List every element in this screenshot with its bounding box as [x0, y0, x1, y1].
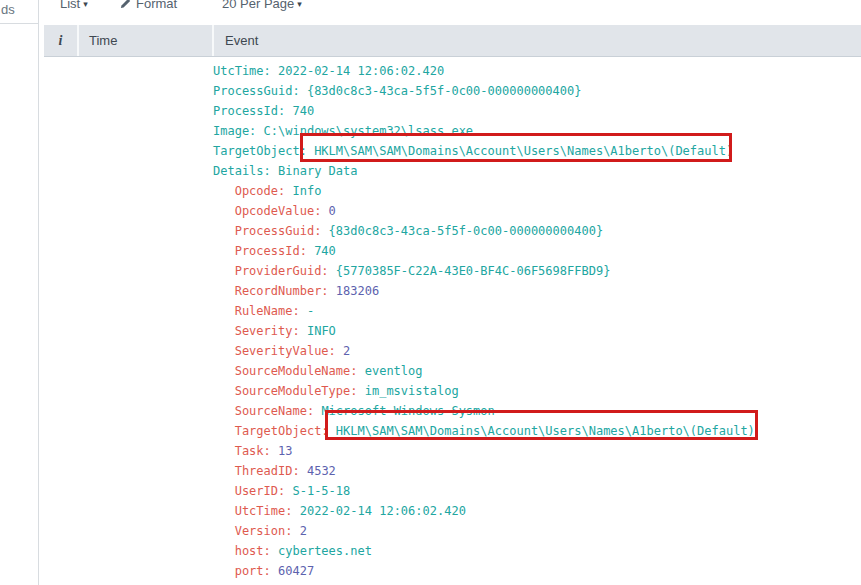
- event-line: SourceName: Microsoft-Windows-Sysmon: [213, 401, 755, 421]
- event-segment-key: RecordNumber:: [213, 284, 329, 298]
- event-line: ProcessId: 740: [213, 241, 755, 261]
- list-view-label: List: [60, 0, 80, 11]
- events-table-header: i Time Event: [44, 25, 861, 57]
- event-segment-key: host:: [213, 544, 271, 558]
- event-segment-str: Details: Binary Data: [213, 164, 358, 178]
- event-segment-str: TargetObject: HKLM\SAM\SAM\Domains\Accou…: [213, 144, 733, 158]
- event-segment-key: Severity:: [213, 324, 300, 338]
- event-line: SourceModuleName: eventlog: [213, 361, 755, 381]
- event-segment-num: 4532: [300, 464, 336, 478]
- event-segment-num: 0: [321, 204, 335, 218]
- chevron-down-icon: ▾: [297, 0, 302, 9]
- event-segment-str: 2022-02-14 12:06:02.420: [292, 504, 465, 518]
- event-segment-num: 2: [292, 524, 306, 538]
- column-header-time: Time: [79, 25, 212, 56]
- event-line: RecordNumber: 183206: [213, 281, 755, 301]
- event-segment-key: ProcessGuid:: [213, 224, 321, 238]
- event-segment-key: OpcodeValue:: [213, 204, 321, 218]
- event-segment-str: {5770385F-C22A-43E0-BF4C-06F5698FFBD9}: [329, 264, 611, 278]
- event-segment-str: {83d0c8c3-43ca-5f5f-0c00-000000000400}: [321, 224, 603, 238]
- event-segment-key: ThreadID:: [213, 464, 300, 478]
- event-line: Image: C:\windows\system32\lsass.exe: [213, 121, 755, 141]
- event-segment-key: UtcTime:: [213, 504, 292, 518]
- event-segment-key: ProcessId:: [213, 244, 307, 258]
- event-segment-key: RuleName:: [213, 304, 300, 318]
- event-line: TargetObject: HKLM\SAM\SAM\Domains\Accou…: [213, 141, 755, 161]
- event-segment-str: ProcessId: 740: [213, 104, 314, 118]
- event-line: Version: 2: [213, 521, 755, 541]
- event-line: OpcodeValue: 0: [213, 201, 755, 221]
- list-view-dropdown[interactable]: List▾: [60, 0, 88, 11]
- event-line: ProcessGuid: {83d0c8c3-43ca-5f5f-0c00-00…: [213, 81, 755, 101]
- chevron-down-icon: ▾: [83, 0, 88, 9]
- event-line: ProcessId: 740: [213, 101, 755, 121]
- fields-sidebar: ds: [0, 0, 39, 585]
- event-line: UtcTime: 2022-02-14 12:06:02.420: [213, 61, 755, 81]
- event-segment-key: ProviderGuid:: [213, 264, 329, 278]
- event-segment-str: im_msvistalog: [358, 384, 459, 398]
- event-line: ProviderGuid: {5770385F-C22A-43E0-BF4C-0…: [213, 261, 755, 281]
- event-line: host: cybertees.net: [213, 541, 755, 561]
- event-line: Details: Binary Data: [213, 161, 755, 181]
- event-segment-key: SourceModuleType:: [213, 384, 358, 398]
- event-segment-str: UtcTime: 2022-02-14 12:06:02.420: [213, 64, 444, 78]
- event-line: port: 60427: [213, 561, 755, 581]
- event-line: UtcTime: 2022-02-14 12:06:02.420: [213, 501, 755, 521]
- event-line: RuleName: -: [213, 301, 755, 321]
- event-line: SeverityValue: 2: [213, 341, 755, 361]
- event-segment-num: 13: [271, 444, 293, 458]
- event-segment-str: Image: C:\windows\system32\lsass.exe: [213, 124, 473, 138]
- pencil-icon: [120, 0, 131, 12]
- event-segment-num: 2: [336, 344, 350, 358]
- event-segment-key: TargetObject:: [213, 424, 329, 438]
- event-line: UserID: S-1-5-18: [213, 481, 755, 501]
- event-line: Task: 13: [213, 441, 755, 461]
- event-segment-str: Info: [285, 184, 321, 198]
- event-line: ProcessGuid: {83d0c8c3-43ca-5f5f-0c00-00…: [213, 221, 755, 241]
- per-page-dropdown[interactable]: 20 Per Page▾: [222, 0, 302, 11]
- fields-toggle-label[interactable]: ds: [1, 2, 15, 17]
- event-segment-str: S-1-5-18: [285, 484, 350, 498]
- event-line: tags: [ [+]: [213, 581, 755, 585]
- event-segment-key: port:: [213, 564, 271, 578]
- event-segment-str: HKLM\SAM\SAM\Domains\Account\Users\Names…: [329, 424, 755, 438]
- event-segment-key: UserID:: [213, 484, 285, 498]
- event-segment-num: 60427: [271, 564, 314, 578]
- event-segment-key: SeverityValue:: [213, 344, 336, 358]
- format-label: Format: [136, 0, 177, 11]
- event-raw-text: UtcTime: 2022-02-14 12:06:02.420ProcessG…: [213, 61, 755, 585]
- event-segment-key: Opcode:: [213, 184, 285, 198]
- event-line: Opcode: Info: [213, 181, 755, 201]
- event-segment-key: Version:: [213, 524, 292, 538]
- event-line: SourceModuleType: im_msvistalog: [213, 381, 755, 401]
- event-line: Severity: INFO: [213, 321, 755, 341]
- event-segment-str: cybertees.net: [271, 544, 372, 558]
- format-button[interactable]: Format: [120, 0, 177, 12]
- event-segment-key: SourceModuleName:: [213, 364, 358, 378]
- event-segment-str: INFO: [300, 324, 336, 338]
- event-segment-str: Microsoft-Windows-Sysmon: [314, 404, 495, 418]
- event-line: ThreadID: 4532: [213, 461, 755, 481]
- fields-sidebar-header: ds: [0, 0, 38, 24]
- event-segment-str: -: [300, 304, 314, 318]
- event-segment-key: Task:: [213, 444, 271, 458]
- event-segment-num: 183206: [329, 284, 380, 298]
- per-page-label: 20 Per Page: [222, 0, 294, 11]
- event-segment-str: eventlog: [358, 364, 423, 378]
- event-segment-str: 740: [307, 244, 336, 258]
- event-segment-str: ProcessGuid: {83d0c8c3-43ca-5f5f-0c00-00…: [213, 84, 581, 98]
- column-header-info: i: [44, 25, 77, 56]
- event-segment-key: SourceName:: [213, 404, 314, 418]
- event-line: TargetObject: HKLM\SAM\SAM\Domains\Accou…: [213, 421, 755, 441]
- column-header-event: Event: [214, 25, 861, 56]
